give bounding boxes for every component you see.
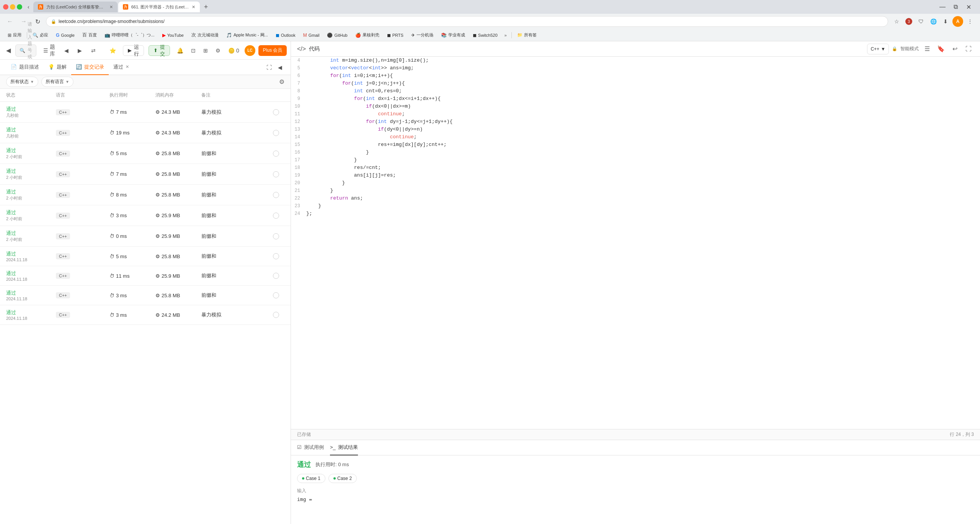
run-button[interactable]: ▶ 运行	[123, 45, 144, 56]
shuffle-button[interactable]: ⇄	[89, 46, 98, 55]
tab-description[interactable]: 📄 题目描述	[6, 60, 44, 75]
table-row[interactable]: 通过 2024.11.18 C++ ⏱3 ms ⚙25.8 MB 前缀和	[0, 286, 291, 305]
bookmark-study[interactable]: 📚 学业有成	[438, 31, 468, 39]
case-1-tab[interactable]: Case 1	[297, 474, 325, 483]
bookmark-github[interactable]: ⚫ GitHub	[324, 32, 350, 39]
bookmark-apps[interactable]: ⊞ 应用	[5, 31, 24, 39]
tab-passed[interactable]: 通过 ✕	[109, 60, 134, 75]
lc-search-input[interactable]: 🔍 请输入题号或关键字	[15, 44, 36, 57]
download-button[interactable]: ⬇	[940, 16, 951, 27]
lc-back-button[interactable]: ◀	[6, 45, 11, 56]
tab-1-close[interactable]: ✕	[109, 5, 113, 10]
row-action[interactable]	[273, 253, 279, 259]
fullscreen-button[interactable]: ⊡	[189, 46, 198, 55]
translate-button[interactable]: 🌐	[928, 16, 939, 27]
undo-button[interactable]: ↩	[949, 44, 960, 54]
alarm-button[interactable]: 🔔	[175, 46, 186, 55]
bookmark-jichang[interactable]: ✈ 一分机场	[408, 31, 436, 39]
settings-button[interactable]: ⚙	[213, 46, 223, 55]
window-minimize-btn[interactable]: —	[937, 2, 948, 12]
code-editor[interactable]: 4 int m=img.size(),n=img[0].size(); 5 ve…	[291, 57, 980, 429]
table-row[interactable]: 通过 2 小时前 C++ ⏱5 ms ⚙25.8 MB 前缀和	[0, 143, 291, 164]
bookmark-anime[interactable]: 次 次元城动漫	[188, 31, 222, 39]
coin-button[interactable]: 🪙 0	[226, 46, 242, 55]
minimize-button[interactable]	[10, 4, 15, 10]
bookmark-code-button[interactable]: 🔖	[936, 44, 946, 54]
profile-shield[interactable]: 🛡	[916, 16, 926, 27]
fullscreen-code-button[interactable]: ⛶	[963, 44, 974, 54]
row-action[interactable]	[273, 292, 279, 298]
expand-button[interactable]: ⛶	[264, 63, 274, 72]
bookmarks-more-button[interactable]: »	[502, 32, 509, 38]
close-button[interactable]	[3, 4, 8, 10]
submissions-filters: 所有状态 ▼ 所有语言 ▼ ⚙	[0, 75, 291, 89]
star-button[interactable]: ☆	[891, 16, 902, 27]
table-row[interactable]: 通过 2 小时前 C++ ⏱8 ms ⚙25.8 MB 前缀和	[0, 185, 291, 205]
test-case-tab[interactable]: ☑ 测试用例	[297, 440, 324, 455]
new-tab-button[interactable]: +	[201, 2, 211, 12]
browser-tab-2[interactable]: 力 661. 图片平滑器 - 力扣 (Leet… ✕	[118, 2, 200, 12]
bookmark-guohe[interactable]: 🍎 果核剥壳	[352, 31, 382, 39]
bookmark-google[interactable]: G Google	[53, 32, 78, 39]
plus-button[interactable]: Plus 会员	[258, 45, 287, 56]
bookmark-baidu[interactable]: 百 百度	[79, 31, 100, 39]
maximize-button[interactable]	[17, 4, 22, 10]
tab-solution[interactable]: 💡 题解	[44, 60, 71, 75]
table-row[interactable]: 通过 几秒前 C++ ⏱7 ms ⚙24.3 MB 暴力模拟	[0, 102, 291, 123]
lang-filter[interactable]: 所有语言 ▼	[41, 77, 74, 87]
table-settings-button[interactable]: ⚙	[279, 78, 284, 85]
row-action[interactable]	[273, 130, 279, 136]
table-row[interactable]: 通过 几秒前 C++ ⏱19 ms ⚙24.3 MB 暴力模拟	[0, 123, 291, 143]
bookmark-switch520[interactable]: ◼ Switch520	[470, 32, 501, 39]
window-restore-btn[interactable]: ⧉	[950, 2, 961, 12]
row-action[interactable]	[273, 109, 279, 115]
row-action[interactable]	[273, 273, 279, 279]
status-filter[interactable]: 所有状态 ▼	[6, 77, 38, 87]
row-action[interactable]	[273, 213, 279, 219]
bookmark-gmail[interactable]: M Gmail	[300, 32, 323, 39]
collapse-panel-button[interactable]: ◀	[276, 63, 284, 72]
row-action[interactable]	[273, 312, 279, 318]
bookmark-prts[interactable]: ◼ PRTS	[384, 32, 407, 39]
tab-passed-close[interactable]: ✕	[126, 64, 129, 69]
star-problem-button[interactable]: ⭐	[107, 46, 118, 55]
next-problem-button[interactable]: ▶	[75, 46, 84, 55]
bookmark-youtube[interactable]: ▶ YouTube	[159, 32, 187, 39]
format-button[interactable]: ☰	[922, 44, 933, 54]
bookmark-folder-all[interactable]: 📁 所有签	[514, 31, 540, 39]
bookmark-bilibili[interactable]: 📺 哔哩哔哩（゜-゜）つ...	[101, 31, 158, 39]
bookmark-bing[interactable]: 🔍 必应	[29, 31, 51, 39]
prev-problem-button[interactable]: ◀	[62, 46, 71, 55]
case-2-tab[interactable]: Case 2	[328, 474, 357, 483]
tab-submissions[interactable]: 🔄 提交记录	[71, 60, 109, 75]
problem-set-button[interactable]: ☰ 题库	[41, 42, 57, 59]
table-row[interactable]: 通过 2 小时前 C++ ⏱3 ms ⚙25.9 MB 前缀和	[0, 205, 291, 226]
grid-button[interactable]: ⊞	[201, 46, 210, 55]
table-row[interactable]: 通过 2024.11.18 C++ ⏱5 ms ⚙25.8 MB 前缀和	[0, 247, 291, 266]
window-close-btn[interactable]: ✕	[963, 2, 974, 12]
table-row[interactable]: 通过 2 小时前 C++ ⏱0 ms ⚙25.9 MB 前缀和	[0, 226, 291, 247]
url-bar[interactable]: 🔒 leetcode.cn/problems/image-smoother/su…	[46, 16, 888, 27]
refresh-button[interactable]: ↻	[32, 16, 43, 27]
test-result-tab[interactable]: >_ 测试结果	[330, 440, 358, 455]
row-action[interactable]	[273, 171, 279, 177]
menu-button[interactable]: ⋮	[965, 16, 975, 27]
back-button[interactable]: ←	[5, 16, 15, 27]
table-row[interactable]: 通过 2024.11.18 C++ ⏱3 ms ⚙24.2 MB 暴力模拟	[0, 305, 291, 325]
browser-tab-1[interactable]: 力 力扣 (LeetCode) 全球极客挚爱… ✕	[33, 2, 118, 12]
submit-button[interactable]: ⬆ 提交	[149, 45, 170, 56]
row-action[interactable]	[273, 192, 279, 198]
row-action[interactable]	[273, 151, 279, 157]
row-action[interactable]	[273, 233, 279, 239]
table-row[interactable]: 通过 2024.11.18 C++ ⏱11 ms ⚙25.9 MB 前缀和	[0, 266, 291, 286]
profile-avatar[interactable]: A	[952, 16, 963, 27]
user-avatar[interactable]: LC	[245, 45, 255, 56]
bookmark-applemusic[interactable]: 🎵 Apple Music - 网...	[223, 31, 271, 39]
tab-2-close[interactable]: ✕	[192, 5, 195, 10]
bookmark-outlook[interactable]: ◼ Outlook	[273, 32, 299, 39]
table-row[interactable]: 通过 2 小时前 C++ ⏱7 ms ⚙25.8 MB 前缀和	[0, 164, 291, 185]
extensions-button[interactable]: 3	[903, 16, 914, 27]
tab-overflow-button[interactable]: ‹	[28, 4, 29, 10]
test-result-bar: 通过 执行用时: 0 ms	[291, 455, 980, 474]
lang-select[interactable]: C++ ▼	[867, 44, 889, 54]
